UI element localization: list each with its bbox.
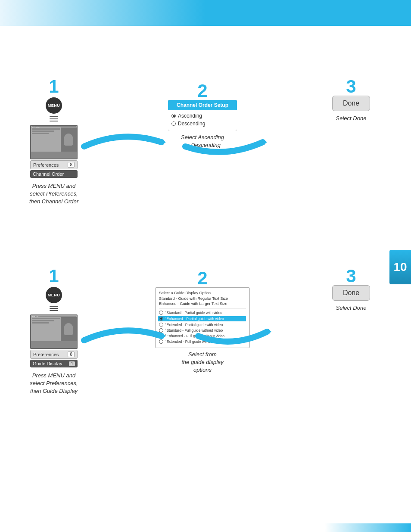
section2-step3: 3 Done Select Done (319, 267, 383, 312)
ascending-label: Ascending (178, 113, 202, 119)
section-channel-order: 1 MENU FR Mov... (13, 78, 392, 206)
s2-step1-caption: Press MENU and select Preferences, then … (30, 372, 78, 395)
tv-screen-2: FR Mov... (30, 314, 78, 349)
section2-step1: 1 MENU FR Mov... (22, 267, 86, 395)
s2-step1-number: 1 (49, 267, 59, 285)
guide-option-0: °Standard - Partial guide with video (159, 311, 246, 315)
svg-marker-2 (162, 333, 166, 339)
s1-menu-button[interactable]: MENU (46, 97, 62, 114)
s2-menu-button[interactable]: MENU (46, 287, 62, 303)
hamburger-icon-2 (50, 306, 58, 311)
header-bar (0, 0, 411, 26)
channel-order-label: Channel Order (33, 171, 64, 177)
arrow-s2-2to3 (194, 323, 271, 349)
section2-step2: 2 Select a Guide Display Option Standard… (151, 269, 254, 374)
guide-box-header: Select a Guide Display Option Standard -… (159, 290, 246, 308)
channel-order-setup-box: Channel Order Setup Ascending Descending (168, 100, 237, 131)
preferences-badge: 8 (68, 162, 75, 168)
bottom-bar-decoration (325, 523, 411, 532)
s2-done-button[interactable]: Done (332, 285, 370, 301)
ascending-radio (171, 114, 176, 118)
preferences-label: Preferences (33, 162, 59, 168)
hamburger-icon (50, 116, 58, 121)
s1-done-button[interactable]: Done (332, 96, 370, 111)
s1-menu-label: MENU (48, 103, 60, 108)
preferences-badge-2: 8 (68, 352, 75, 357)
guide-option-label-1: °Enhanced - Partial guide with video (165, 317, 224, 321)
section1-step3: 3 Done Select Done (319, 78, 383, 122)
guide-radio-1 (159, 317, 163, 321)
guide-display-badge: 1 (69, 361, 75, 366)
guide-display-bar: Guide Display 1 (30, 360, 78, 367)
s2-step2-caption: Select from the guide display options (181, 351, 224, 374)
tv-screen-1: FR Mov... (30, 125, 78, 159)
s1-step1-number: 1 (49, 78, 59, 96)
s1-step2-number: 2 (197, 82, 207, 100)
arrow-s1-2to3 (181, 134, 267, 159)
s1-step1-caption: Press MENU and select Preferences, then … (29, 182, 78, 206)
channel-order-bar: Channel Order (30, 170, 78, 178)
descending-label: Descending (178, 121, 205, 127)
descending-radio (171, 121, 176, 126)
descending-option: Descending (171, 121, 234, 127)
arrow-s2-1to2 (80, 323, 166, 349)
s2-menu-label: MENU (48, 293, 60, 297)
ascending-option: Ascending (171, 113, 234, 119)
guide-radio-0 (159, 311, 163, 315)
svg-marker-3 (267, 329, 271, 335)
preferences-bar-2: Preferences 8 (30, 350, 78, 359)
preferences-bar: Preferences 8 (30, 160, 78, 169)
page-number-tab: 10 (389, 250, 411, 284)
arrow-s1-1to2 (80, 129, 166, 155)
guide-option-1: °Enhanced - Partial guide with video (158, 316, 246, 321)
guide-display-label: Guide Display (33, 361, 62, 366)
svg-marker-1 (263, 139, 267, 145)
s2-step3-number: 3 (346, 267, 356, 285)
s2-step3-caption: Select Done (336, 304, 367, 312)
section-guide-display: 1 MENU FR Mov... (13, 267, 392, 395)
s2-step2-number: 2 (197, 269, 207, 287)
page-number: 10 (393, 260, 407, 274)
setup-box-body: Ascending Descending (168, 110, 237, 131)
s1-step3-number: 3 (346, 78, 356, 96)
svg-marker-0 (162, 139, 166, 145)
setup-box-title: Channel Order Setup (168, 100, 237, 110)
preferences-label-2: Preferences (33, 352, 59, 357)
section1-step1: 1 MENU FR Mov... (22, 78, 86, 206)
guide-option-label-0: °Standard - Partial guide with video (165, 311, 222, 315)
s1-step3-caption: Select Done (336, 115, 367, 122)
